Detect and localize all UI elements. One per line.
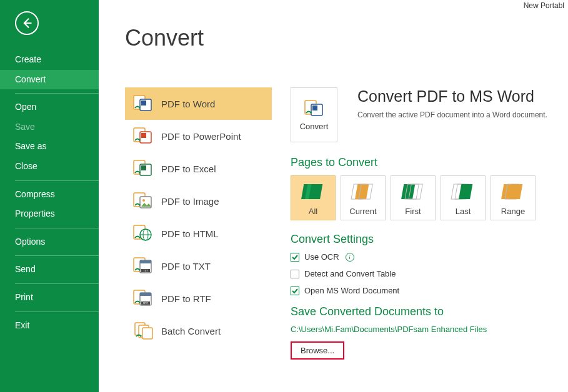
checkbox-detect-table[interactable]: Detect and Convert Table — [291, 269, 568, 278]
back-button[interactable] — [15, 11, 39, 35]
pdf-to-word-icon — [304, 99, 325, 118]
sidebar-item-convert[interactable]: Convert — [0, 70, 99, 90]
convert-item-powerpoint[interactable]: PDF to PowerPoint — [125, 120, 272, 152]
checkbox-label: Use OCR — [304, 252, 339, 262]
detail-description: Convert the active PDF document into a W… — [357, 110, 547, 119]
svg-point-12 — [142, 199, 145, 202]
page-option-label: Range — [501, 207, 525, 216]
convert-item-rtf[interactable]: RTF PDF to RTF — [125, 282, 272, 315]
convert-item-label: PDF to Word — [161, 99, 215, 109]
pages-to-convert-heading: Pages to Convert — [291, 156, 568, 169]
page-option-label: Last — [456, 207, 471, 216]
sidebar-item-save: Save — [0, 117, 99, 137]
arrow-left-icon — [21, 17, 33, 29]
checkbox-open-word[interactable]: Open MS Word Document — [291, 286, 568, 295]
convert-settings-heading: Convert Settings — [291, 233, 568, 246]
svg-rect-24 — [140, 293, 151, 296]
svg-rect-39 — [401, 184, 415, 199]
page-option-label: All — [309, 207, 317, 216]
convert-item-label: PDF to PowerPoint — [161, 131, 241, 142]
convert-item-label: PDF to TXT — [161, 261, 211, 272]
svg-rect-37 — [355, 184, 369, 199]
sidebar-item-options[interactable]: Options — [0, 232, 99, 252]
convert-item-image[interactable]: PDF to Image — [125, 185, 272, 217]
convert-item-label: PDF to Excel — [161, 164, 216, 174]
pdf-to-txt-icon: TXT — [132, 257, 154, 275]
svg-rect-9 — [141, 165, 146, 170]
svg-text:TXT: TXT — [143, 269, 148, 272]
svg-text:RTF: RTF — [143, 301, 148, 305]
svg-rect-6 — [141, 133, 146, 138]
convert-button-label: Convert — [300, 122, 329, 131]
convert-item-txt[interactable]: TXT PDF to TXT — [125, 250, 272, 282]
page-option-range[interactable]: Range — [491, 175, 536, 220]
convert-item-label: PDF to RTF — [161, 293, 211, 304]
convert-item-label: Batch Convert — [161, 326, 221, 336]
svg-rect-19 — [140, 260, 151, 263]
main-content: Convert PDF to Word PDF to PowerPoint PD… — [99, 0, 568, 392]
sidebar-item-properties[interactable]: Properties — [0, 204, 99, 224]
convert-button[interactable]: Convert — [291, 87, 337, 142]
convert-item-batch[interactable]: Batch Convert — [125, 315, 272, 347]
pdf-to-excel-icon — [132, 159, 154, 178]
convert-item-html[interactable]: PDF to HTML — [125, 217, 272, 250]
pdf-to-ppt-icon — [132, 127, 154, 145]
pdf-to-html-icon — [132, 224, 154, 243]
svg-rect-32 — [312, 105, 317, 110]
pdf-to-word-icon — [132, 94, 154, 113]
pages-range-icon — [501, 182, 526, 204]
batch-convert-icon — [132, 321, 154, 340]
convert-item-excel[interactable]: PDF to Excel — [125, 152, 272, 185]
pdf-to-rtf-icon: RTF — [132, 289, 154, 308]
page-title: Convert — [125, 25, 568, 51]
page-option-first[interactable]: First — [391, 175, 436, 220]
detail-pane: Convert Convert PDF to MS Word Convert t… — [291, 87, 568, 360]
convert-item-label: PDF to HTML — [161, 228, 219, 239]
save-path: C:\Users\Mi.Fam\Documents\PDFsam Enhance… — [291, 325, 568, 334]
divider — [15, 228, 99, 228]
pages-all-icon — [301, 182, 326, 204]
pages-last-icon — [451, 182, 476, 204]
sidebar-item-send[interactable]: Send — [0, 260, 99, 280]
pdf-to-image-icon — [132, 192, 154, 210]
divider — [15, 180, 99, 181]
sidebar-item-compress[interactable]: Compress — [0, 185, 99, 205]
checkbox-use-ocr[interactable]: Use OCR i — [291, 252, 568, 262]
divider — [15, 255, 99, 256]
convert-item-word[interactable]: PDF to Word — [125, 87, 272, 120]
convert-type-list: PDF to Word PDF to PowerPoint PDF to Exc… — [125, 87, 272, 347]
pages-first-icon — [401, 182, 426, 204]
divider — [15, 93, 99, 94]
sidebar-item-save-as[interactable]: Save as — [0, 137, 99, 157]
page-option-label: First — [405, 207, 421, 216]
sidebar-item-print[interactable]: Print — [0, 288, 99, 308]
detail-title: Convert PDF to MS Word — [357, 87, 547, 105]
checkbox-icon — [291, 253, 299, 262]
page-options: All Current First Last Range — [291, 175, 568, 220]
sidebar: Create Convert Open Save Save as Close C… — [0, 0, 99, 392]
pages-current-icon — [351, 182, 376, 204]
svg-rect-29 — [142, 328, 152, 339]
checkbox-icon — [291, 287, 299, 295]
checkbox-label: Open MS Word Document — [304, 286, 399, 295]
info-icon[interactable]: i — [346, 253, 354, 262]
svg-rect-44 — [459, 184, 472, 199]
checkbox-icon — [291, 270, 299, 278]
convert-item-label: PDF to Image — [161, 196, 219, 207]
page-option-current[interactable]: Current — [341, 175, 386, 220]
sidebar-item-create[interactable]: Create — [0, 50, 99, 70]
browse-button[interactable]: Browse... — [291, 341, 344, 360]
sidebar-item-open[interactable]: Open — [0, 97, 99, 117]
svg-rect-3 — [141, 100, 146, 105]
sidebar-item-exit[interactable]: Exit — [0, 316, 99, 336]
divider — [15, 283, 99, 284]
sidebar-item-close[interactable]: Close — [0, 157, 99, 177]
page-option-last[interactable]: Last — [441, 175, 486, 220]
page-option-label: Current — [349, 207, 376, 216]
save-to-heading: Save Converted Documents to — [291, 305, 568, 318]
checkbox-label: Detect and Convert Table — [304, 269, 396, 278]
page-option-all[interactable]: All — [291, 175, 336, 220]
divider — [15, 311, 99, 312]
